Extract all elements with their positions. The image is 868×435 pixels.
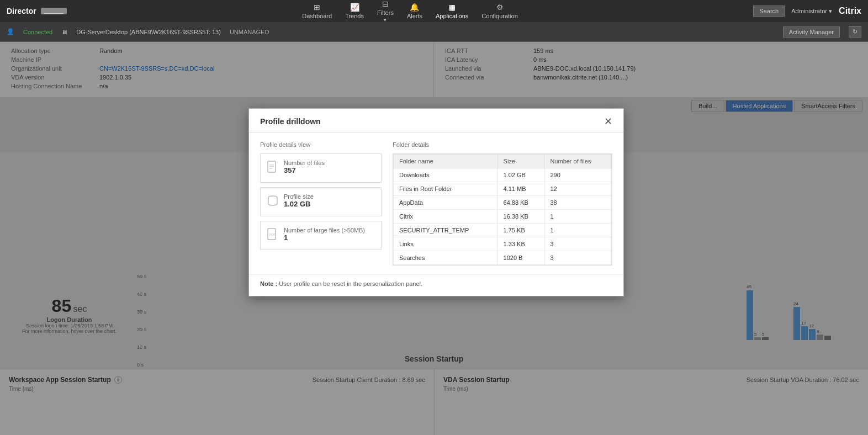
cell-size: 16.38 KB (497, 210, 544, 224)
file-icon (267, 161, 278, 177)
nav-center: ⊞ Dashboard 📈 Trends ⊟ Filters ▾ 🔔 Alert… (302, 0, 518, 23)
table-row: SECURITY_ATTR_TEMP 1.75 KB 1 (394, 224, 612, 237)
stat-card-large: PDF Number of large files (>50MB) 1 (260, 221, 382, 250)
desktop-icon: 🖥 (61, 29, 67, 35)
folder-section-label: Folder details (393, 141, 612, 148)
db-icon (267, 194, 278, 210)
cell-folder-name: AppData (394, 196, 498, 210)
desktop-name: DG-ServerDesktop (ABNE9\W2K16ST-9SSRS5T:… (76, 29, 221, 35)
folder-table: Folder name Size Number of files Downloa… (393, 154, 612, 265)
cell-size: 1020 B (497, 251, 544, 265)
nav-dashboard[interactable]: ⊞ Dashboard (302, 3, 332, 19)
table-row: Files in Root Folder 4.11 MB 12 (394, 182, 612, 196)
folder-table-body: Downloads 1.02 GB 290 Files in Root Fold… (394, 168, 612, 265)
refresh-button[interactable]: ↻ (849, 26, 861, 38)
nav-left: Director _______ (7, 7, 67, 15)
profile-section-label: Profile details view (260, 141, 382, 148)
folder-table-wrapper[interactable]: Folder name Size Number of files Downloa… (393, 153, 612, 266)
nav-right: Search Administrator ▾ Citrix (753, 6, 861, 17)
large-label: Number of large files (>50MB) (284, 227, 365, 234)
nav-configuration[interactable]: ⚙ Configuration (481, 3, 517, 19)
cell-files: 290 (544, 168, 612, 182)
app-title: Director (7, 7, 36, 15)
large-value: 1 (284, 234, 365, 242)
size-stat-content: Profile size 1.02 GB (284, 193, 314, 208)
cell-folder-name: Citrix (394, 210, 498, 224)
cell-size: 1.75 KB (497, 224, 544, 237)
modal-header: Profile drilldown ✕ (249, 109, 623, 132)
col-size: Size (497, 155, 544, 168)
cell-files: 3 (544, 237, 612, 251)
cell-files: 1 (544, 210, 612, 224)
modal-body: Profile details view Number of files 3 (249, 132, 623, 274)
cell-files: 38 (544, 196, 612, 210)
profile-drilldown-modal: Profile drilldown ✕ Profile details view (248, 108, 624, 296)
nav-applications[interactable]: ▦ Applications (436, 3, 468, 19)
files-stat-content: Number of files 357 (284, 160, 325, 174)
modal-title: Profile drilldown (260, 117, 321, 126)
connection-status: Connected (23, 29, 52, 35)
col-folder-name: Folder name (394, 155, 498, 168)
cell-size: 4.11 MB (497, 182, 544, 196)
table-row: Downloads 1.02 GB 290 (394, 168, 612, 182)
admin-menu[interactable]: Administrator ▾ (791, 8, 832, 15)
modal-note: Note : User profile can be reset in the … (249, 274, 623, 296)
note-text: User profile can be reset in the persona… (279, 280, 422, 287)
table-row: Citrix 16.38 KB 1 (394, 210, 612, 224)
cell-folder-name: Downloads (394, 168, 498, 182)
session-bar: 👤 Connected 🖥 DG-ServerDesktop (ABNE9\W2… (0, 22, 868, 42)
folder-details-section: Folder details Folder name Size Number o… (393, 141, 612, 266)
cell-folder-name: Links (394, 237, 498, 251)
modal-close-button[interactable]: ✕ (604, 116, 612, 126)
svg-text:PDF: PDF (269, 233, 276, 236)
nav-alerts[interactable]: 🔔 Alerts (407, 3, 422, 19)
trends-icon: 📈 (350, 3, 359, 12)
col-num-files: Number of files (544, 155, 612, 168)
cell-files: 1 (544, 224, 612, 237)
stat-card-files: Number of files 357 (260, 153, 382, 183)
table-row: Searches 1020 B 3 (394, 251, 612, 265)
large-file-icon: PDF (267, 228, 278, 244)
files-label: Number of files (284, 160, 325, 166)
managed-status: UNMANAGED (230, 29, 269, 35)
configuration-icon: ⚙ (496, 3, 504, 12)
nav-filters[interactable]: ⊟ Filters ▾ (377, 0, 394, 23)
dashboard-icon: ⊞ (314, 3, 320, 12)
table-header-row: Folder name Size Number of files (394, 155, 612, 168)
version-badge: _______ (41, 8, 67, 14)
cell-size: 1.33 KB (497, 237, 544, 251)
cell-folder-name: SECURITY_ATTR_TEMP (394, 224, 498, 237)
size-value: 1.02 GB (284, 200, 314, 208)
cell-folder-name: Searches (394, 251, 498, 265)
alerts-icon: 🔔 (410, 3, 419, 12)
filters-icon: ⊟ (382, 0, 389, 8)
table-row: Links 1.33 KB 3 (394, 237, 612, 251)
size-label: Profile size (284, 193, 314, 200)
filters-dropdown-icon: ▾ (384, 17, 387, 23)
citrix-logo: Citrix (839, 6, 861, 16)
cell-size: 64.88 KB (497, 196, 544, 210)
stat-card-size: Profile size 1.02 GB (260, 187, 382, 216)
user-icon: 👤 (7, 28, 14, 35)
large-stat-content: Number of large files (>50MB) 1 (284, 227, 365, 242)
search-button[interactable]: Search (753, 6, 785, 17)
cell-folder-name: Files in Root Folder (394, 182, 498, 196)
cell-files: 3 (544, 251, 612, 265)
cell-size: 1.02 GB (497, 168, 544, 182)
files-value: 357 (284, 166, 325, 174)
note-title: Note : (260, 280, 277, 287)
content-area: Allocation type Random Machine IP Organi… (0, 42, 868, 435)
top-navigation: Director _______ ⊞ Dashboard 📈 Trends ⊟ … (0, 0, 868, 22)
activity-manager-button[interactable]: Activity Manager (783, 26, 840, 38)
table-row: AppData 64.88 KB 38 (394, 196, 612, 210)
applications-icon: ▦ (448, 3, 456, 12)
nav-trends[interactable]: 📈 Trends (345, 3, 364, 19)
profile-details-section: Profile details view Number of files 3 (260, 141, 382, 266)
cell-files: 12 (544, 182, 612, 196)
